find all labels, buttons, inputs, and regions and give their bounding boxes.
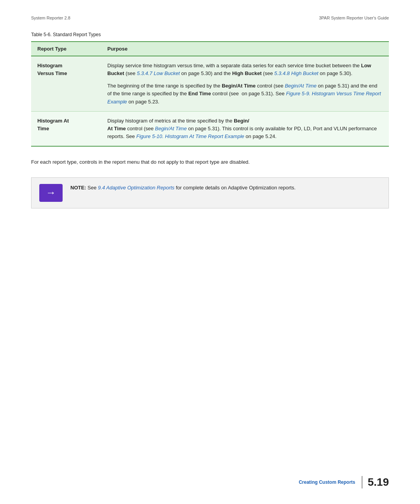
row2-para1: Display histogram of metrics at the time… — [107, 117, 383, 140]
row1-purpose: Display service time histogram versus ti… — [101, 56, 389, 111]
note-link[interactable]: 9.4 Adaptive Optimization Reports — [98, 185, 175, 191]
row1-high-bucket-bold: High Bucket — [232, 70, 262, 76]
note-text: NOTE: See 9.4 Adaptive Optimization Repo… — [70, 184, 296, 192]
table-header-row: Report Type Purpose — [31, 42, 389, 56]
page-container: System Reporter 2.8 3PAR System Reporter… — [0, 0, 420, 504]
row2-type: Histogram AtTime — [31, 111, 101, 146]
row2-link-figure-10[interactable]: Figure 5-10. Histogram At Time Report Ex… — [136, 133, 244, 139]
row1-para2: The beginning of the time range is speci… — [107, 82, 383, 105]
row1-link-begin-at[interactable]: Begin/At Time — [285, 83, 317, 89]
col-header-type: Report Type — [31, 42, 101, 56]
row1-link-figure-9[interactable]: Figure 5-9. Histogram Versus Time Report… — [107, 91, 381, 104]
row1-type: HistogramVersus Time — [31, 56, 101, 111]
row2-purpose: Display histogram of metrics at the time… — [101, 111, 389, 146]
header-left: System Reporter 2.8 — [31, 16, 70, 20]
note-label: NOTE: — [70, 185, 86, 191]
row2-link-begin-at[interactable]: Begin/At Time — [155, 126, 187, 131]
page-header: System Reporter 2.8 3PAR System Reporter… — [31, 16, 389, 20]
row1-link-low-bucket[interactable]: 5.3.4.7 Low Bucket — [137, 70, 180, 76]
row1-begin-at-bold: Begin/At Time — [222, 83, 256, 89]
table-caption-title: Standard Report Types — [53, 32, 101, 37]
header-right: 3PAR System Reporter User's Guide — [319, 16, 389, 20]
body-text: For each report type, controls in the re… — [31, 158, 389, 166]
note-box: NOTE: See 9.4 Adaptive Optimization Repo… — [31, 177, 389, 208]
footer-chapter-title: Creating Custom Reports — [299, 480, 355, 485]
table-row: HistogramVersus Time Display service tim… — [31, 56, 389, 111]
table-caption: Table 5-6. Standard Report Types — [31, 32, 389, 37]
page-footer: Creating Custom Reports 5.19 — [31, 476, 389, 488]
row1-para1: Display service time histogram versus ti… — [107, 62, 383, 77]
col-header-purpose: Purpose — [101, 42, 389, 56]
note-prefix: See — [88, 185, 98, 191]
report-table: Report Type Purpose HistogramVersus Time… — [31, 41, 389, 147]
table-row: Histogram AtTime Display histogram of me… — [31, 111, 389, 146]
row1-end-time-bold: End Time — [188, 91, 211, 96]
note-suffix: for complete details on Adaptive Optimiz… — [176, 185, 296, 191]
row1-link-high-bucket[interactable]: 5.3.4.8 High Bucket — [274, 70, 318, 76]
table-caption-label: Table 5-6. — [31, 32, 52, 37]
footer-page-number: 5.19 — [362, 476, 389, 488]
note-arrow-icon — [39, 184, 63, 202]
